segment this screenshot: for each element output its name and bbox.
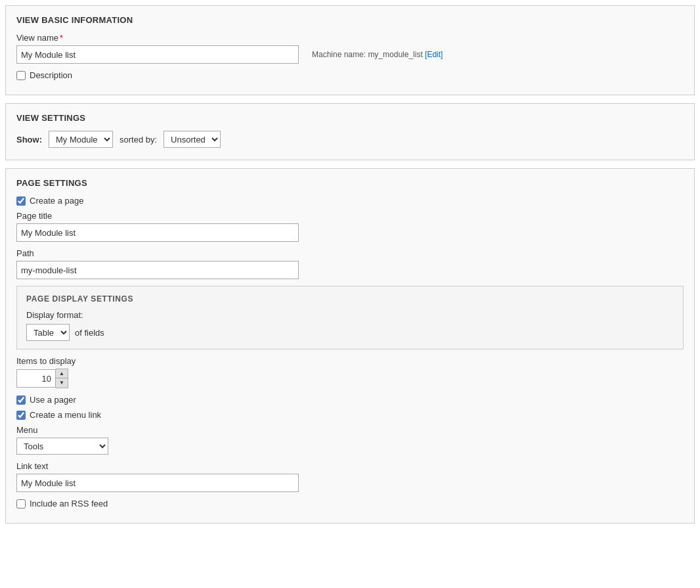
description-checkbox-row: Description — [16, 70, 684, 80]
show-select[interactable]: My Module — [49, 131, 113, 148]
page-settings-section: PAGE SETTINGS Create a page Page title P… — [5, 168, 695, 524]
items-to-display-input[interactable] — [16, 369, 56, 388]
view-settings-title: VIEW SETTINGS — [16, 113, 684, 123]
menu-label: Menu — [16, 425, 684, 435]
create-page-checkbox[interactable] — [16, 196, 26, 206]
of-fields-text: of fields — [75, 328, 104, 338]
create-menu-link-row: Create a menu link — [16, 410, 684, 420]
create-page-row: Create a page — [16, 196, 684, 206]
view-name-label: View name* — [16, 33, 684, 43]
include-rss-checkbox[interactable] — [16, 499, 26, 509]
page-title-group: Page title — [16, 211, 684, 242]
display-format-row: Table of fields — [26, 324, 674, 341]
sorted-by-label: sorted by: — [120, 135, 157, 145]
create-menu-link-checkbox[interactable] — [16, 411, 26, 420]
path-group: Path — [16, 248, 684, 279]
machine-name-text: Machine name: my_module_list [Edit] — [312, 50, 443, 59]
page-title-label: Page title — [16, 211, 684, 221]
display-format-label: Display format: — [26, 310, 674, 320]
link-text-group: Link text — [16, 461, 684, 492]
path-input[interactable] — [16, 261, 299, 279]
spinner-buttons: ▲ ▼ — [56, 369, 68, 388]
view-basic-info-title: VIEW BASIC INFORMATION — [16, 15, 684, 25]
create-page-label[interactable]: Create a page — [30, 196, 83, 206]
view-name-input[interactable] — [16, 45, 299, 64]
view-basic-information-section: VIEW BASIC INFORMATION View name* Machin… — [5, 5, 695, 95]
use-pager-label[interactable]: Use a pager — [30, 395, 76, 405]
page-settings-title: PAGE SETTINGS — [16, 178, 684, 188]
include-rss-row: Include an RSS feed — [16, 499, 684, 509]
page-display-settings-title: PAGE DISPLAY SETTINGS — [26, 294, 674, 304]
menu-select[interactable]: Tools — [16, 438, 108, 455]
page-wrapper: VIEW BASIC INFORMATION View name* Machin… — [0, 0, 700, 537]
spinner-down-button[interactable]: ▼ — [56, 378, 68, 388]
view-name-row: Machine name: my_module_list [Edit] — [16, 45, 684, 64]
view-settings-row: Show: My Module sorted by: Unsorted — [16, 131, 684, 148]
link-text-input[interactable] — [16, 474, 299, 492]
items-input-wrapper: ▲ ▼ — [16, 369, 684, 388]
items-to-display-label: Items to display — [16, 356, 684, 366]
description-label[interactable]: Description — [30, 70, 72, 80]
machine-name-edit-link[interactable]: [Edit] — [425, 50, 443, 59]
link-text-label: Link text — [16, 461, 684, 471]
display-format-select[interactable]: Table — [26, 324, 70, 341]
use-pager-checkbox[interactable] — [16, 396, 26, 405]
required-marker: * — [60, 33, 63, 43]
view-name-group: View name* Machine name: my_module_list … — [16, 33, 684, 64]
spinner-up-button[interactable]: ▲ — [56, 369, 68, 378]
sorted-by-select[interactable]: Unsorted — [164, 131, 221, 148]
include-rss-label[interactable]: Include an RSS feed — [30, 499, 108, 509]
description-checkbox[interactable] — [16, 71, 26, 80]
page-title-input[interactable] — [16, 223, 299, 242]
show-label: Show: — [16, 135, 42, 145]
path-label: Path — [16, 248, 684, 258]
view-settings-section: VIEW SETTINGS Show: My Module sorted by:… — [5, 103, 695, 160]
create-menu-link-label[interactable]: Create a menu link — [30, 410, 101, 420]
page-display-settings-subsection: PAGE DISPLAY SETTINGS Display format: Ta… — [16, 286, 684, 350]
menu-group: Menu Tools — [16, 425, 684, 455]
use-pager-row: Use a pager — [16, 395, 684, 405]
items-to-display-group: Items to display ▲ ▼ — [16, 356, 684, 388]
